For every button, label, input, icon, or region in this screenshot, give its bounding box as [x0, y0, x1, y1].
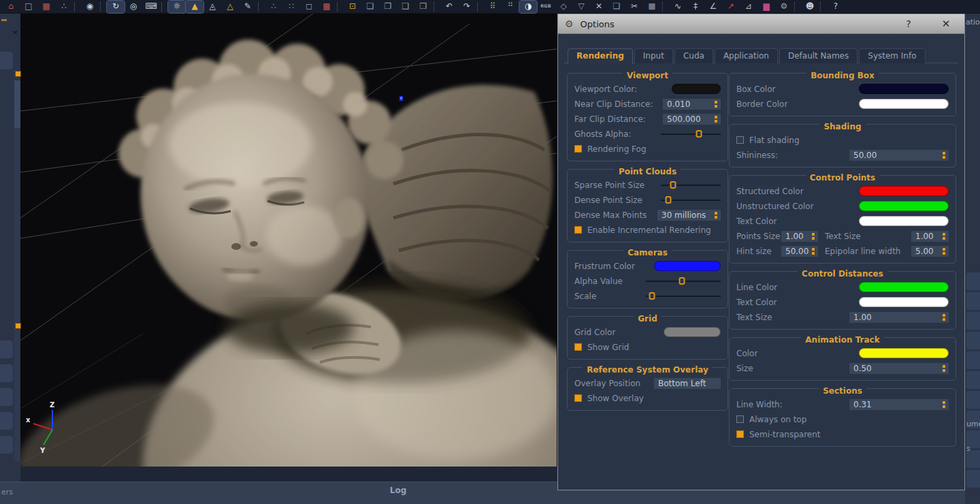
slider-handle[interactable]: [670, 181, 676, 189]
panel-button-fragment[interactable]: [966, 371, 980, 389]
measure-distance-icon[interactable]: ‡: [687, 1, 704, 13]
spinner-buttons[interactable]: [713, 116, 719, 123]
dense-cloud-icon[interactable]: ∷: [282, 1, 300, 13]
lock-icon[interactable]: ⊡: [344, 1, 361, 13]
slider-handle[interactable]: [649, 292, 655, 300]
rendering-fog-checkbox[interactable]: [574, 145, 582, 153]
wire-cube-icon[interactable]: □: [20, 1, 37, 13]
panel-button-fragment[interactable]: [966, 272, 980, 290]
alpha-value-slider[interactable]: [646, 277, 721, 286]
line-width-spinbox[interactable]: 0.31: [849, 399, 949, 410]
box-color-swatch[interactable]: [859, 84, 949, 94]
invert-selection-icon[interactable]: ⠛: [502, 1, 519, 13]
spinner-buttons[interactable]: [941, 248, 947, 255]
show-grid-checkbox[interactable]: [574, 343, 582, 351]
panel-scrollbar-thumb[interactable]: [14, 80, 20, 128]
home-icon[interactable]: ⌂: [2, 1, 20, 13]
textured-mesh-icon[interactable]: ▩: [318, 1, 336, 13]
incremental-rendering-checkbox[interactable]: [574, 226, 582, 234]
redo-icon[interactable]: ↷: [458, 1, 476, 13]
near-clip-spinbox[interactable]: 0.010: [663, 99, 721, 110]
contrast-view-icon[interactable]: ◑: [519, 1, 537, 13]
panel-button-fragment[interactable]: [966, 292, 980, 310]
panel-close-icon[interactable]: ×: [12, 29, 18, 36]
panel-checkbox-fragment[interactable]: [15, 71, 21, 77]
image-properties-icon[interactable]: ❒: [414, 1, 432, 13]
spinner-buttons[interactable]: [941, 365, 947, 372]
spinner-buttons[interactable]: [811, 233, 816, 240]
axis-gizmo-icon[interactable]: ↗: [722, 1, 740, 13]
pen-tool-icon[interactable]: ✎: [239, 1, 257, 13]
select-points-icon[interactable]: ⠿: [484, 1, 502, 13]
viewport-color-swatch[interactable]: [672, 84, 721, 94]
ruler-icon[interactable]: ⊿: [740, 1, 757, 13]
lighting-icon[interactable]: ☼: [168, 1, 186, 13]
grid-color-swatch[interactable]: [664, 327, 721, 337]
shaded-view-icon[interactable]: ▲: [186, 1, 203, 13]
dialog-titlebar[interactable]: ⚙ Options ? ✕: [558, 14, 964, 34]
statistics-icon[interactable]: ▆: [757, 1, 775, 13]
border-color-swatch[interactable]: [859, 99, 949, 109]
panel-button-fragment[interactable]: [966, 332, 980, 349]
viewport-canvas[interactable]: Z x Y: [20, 14, 557, 467]
spinner-buttons[interactable]: [811, 248, 816, 255]
options-wrench-icon[interactable]: ⚙: [775, 1, 793, 13]
ghosts-alpha-slider[interactable]: [661, 129, 721, 139]
slider-handle[interactable]: [696, 130, 702, 138]
spinner-buttons[interactable]: [713, 101, 719, 108]
cd-text-size-spinbox[interactable]: 1.00: [849, 312, 949, 323]
show-overlay-checkbox[interactable]: [574, 394, 582, 402]
tab-system-info[interactable]: System Info: [859, 48, 925, 63]
cut-tool-icon[interactable]: ✂: [625, 1, 643, 13]
point-cloud-select-icon[interactable]: ∴: [55, 1, 73, 13]
panel-button-fragment[interactable]: [966, 470, 980, 488]
panel-button-fragment[interactable]: [0, 388, 13, 406]
tab-rendering[interactable]: Rendering: [568, 48, 633, 64]
dense-point-size-slider[interactable]: [661, 195, 721, 205]
cp-text-size-spinbox[interactable]: 1.00: [911, 231, 949, 242]
unstructured-color-swatch[interactable]: [859, 201, 949, 211]
add-images-icon[interactable]: ❏: [361, 1, 379, 13]
overlay-position-dropdown[interactable]: Bottom Left: [654, 378, 721, 389]
shininess-spinbox[interactable]: 50.00: [849, 150, 949, 161]
remove-images-icon[interactable]: ❐: [379, 1, 397, 13]
dialog-close-button[interactable]: ✕: [940, 18, 952, 30]
slider-handle[interactable]: [679, 277, 685, 285]
dense-max-points-spinbox[interactable]: 30 millions: [657, 210, 721, 221]
tab-default-names[interactable]: Default Names: [779, 48, 858, 63]
animation-size-spinbox[interactable]: 0.50: [849, 363, 949, 374]
select-triangle-icon[interactable]: ▽: [572, 1, 590, 13]
mesh-icon[interactable]: ◻: [300, 1, 318, 13]
epipolar-width-spinbox[interactable]: 5.00: [911, 246, 949, 257]
voxel-cube-icon[interactable]: ▦: [37, 1, 55, 13]
hint-size-spinbox[interactable]: 50.00: [781, 246, 818, 257]
undo-icon[interactable]: ↶: [440, 1, 458, 13]
wireframe-view-icon[interactable]: △: [221, 1, 239, 13]
log-tab-label[interactable]: Log: [357, 486, 439, 495]
inspect-image-icon[interactable]: ❑: [397, 1, 414, 13]
sparse-cloud-icon[interactable]: ∴: [265, 1, 282, 13]
cd-text-color-swatch[interactable]: [859, 297, 949, 307]
semi-transparent-checkbox[interactable]: [736, 430, 744, 438]
slider-handle[interactable]: [666, 196, 672, 204]
spinner-buttons[interactable]: [713, 212, 719, 219]
duplicate-selection-icon[interactable]: ❏: [608, 1, 625, 13]
line-color-swatch[interactable]: [859, 282, 949, 292]
panel-scrollbar-track[interactable]: [14, 80, 20, 462]
far-clip-spinbox[interactable]: 500.000: [663, 114, 721, 125]
select-rect-icon[interactable]: ◇: [555, 1, 572, 13]
always-on-top-checkbox[interactable]: [736, 415, 744, 423]
flat-shading-checkbox[interactable]: [736, 136, 744, 144]
orbit-view-icon[interactable]: ↻: [107, 1, 125, 13]
sparse-point-size-slider[interactable]: [661, 180, 721, 190]
help-icon[interactable]: ?: [827, 1, 845, 13]
spinner-buttons[interactable]: [941, 401, 947, 408]
wasd-navigation-icon[interactable]: ⌨: [142, 1, 160, 13]
points-size-spinbox[interactable]: 1.00: [781, 231, 818, 242]
panel-button-fragment[interactable]: [966, 351, 980, 369]
spinner-buttons[interactable]: [941, 152, 947, 159]
structured-color-swatch[interactable]: [859, 186, 949, 196]
turntable-view-icon[interactable]: ◎: [125, 1, 142, 13]
rgb-channels-icon[interactable]: RGB: [537, 1, 555, 13]
bounding-cube-icon[interactable]: ■: [643, 1, 661, 13]
